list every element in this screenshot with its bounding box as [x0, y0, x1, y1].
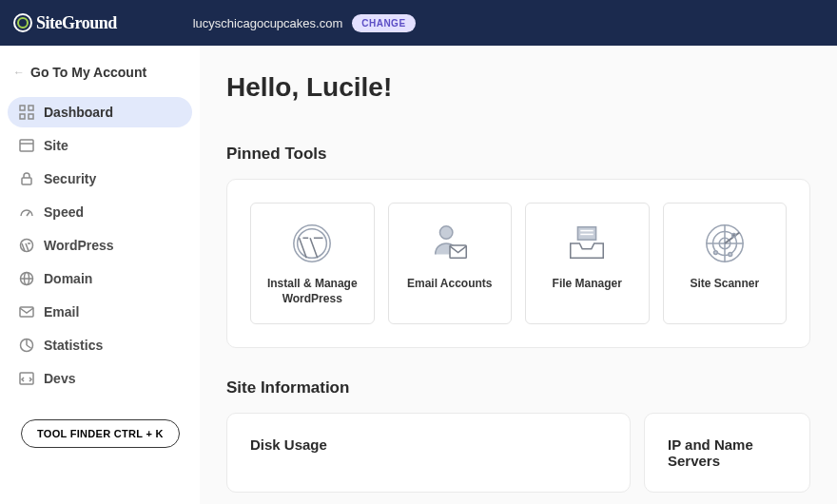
svg-rect-12: [20, 307, 33, 317]
back-label: Go To My Account: [30, 65, 146, 80]
tools-row: Install & Manage WordPress Email Account…: [250, 203, 787, 324]
sidebar-item-security[interactable]: Security: [8, 164, 192, 194]
site-info-heading: Site Information: [226, 378, 810, 397]
pinned-tools-heading: Pinned Tools: [226, 145, 810, 164]
sidebar-item-domain[interactable]: Domain: [8, 263, 192, 294]
svg-rect-0: [20, 106, 25, 110]
svg-rect-6: [22, 178, 31, 184]
sidebar-item-label: Devs: [44, 371, 75, 386]
grid-icon: [19, 105, 34, 120]
file-tray-icon: [564, 221, 610, 266]
tool-label: Install & Manage WordPress: [259, 276, 366, 306]
sidebar-item-label: Security: [44, 171, 96, 186]
tool-card-wordpress[interactable]: Install & Manage WordPress: [250, 203, 375, 324]
email-account-icon: [427, 221, 473, 266]
logo-icon: [13, 13, 32, 32]
site-info-row: Disk Usage IP and Name Servers: [226, 413, 810, 493]
svg-rect-19: [578, 227, 596, 240]
svg-point-17: [439, 226, 452, 239]
sidebar-item-statistics[interactable]: Statistics: [8, 330, 192, 360]
pinned-tools-panel: Install & Manage WordPress Email Account…: [226, 179, 810, 348]
lock-icon: [19, 171, 34, 186]
sidebar-item-label: Domain: [44, 271, 92, 286]
svg-line-7: [27, 212, 29, 216]
code-icon: [19, 371, 34, 386]
svg-rect-1: [29, 106, 33, 110]
sidebar-item-devs[interactable]: Devs: [8, 363, 192, 394]
page-title: Hello, Lucile!: [226, 72, 810, 103]
wordpress-icon: [289, 221, 335, 266]
sidebar-item-speed[interactable]: Speed: [8, 197, 192, 227]
arrow-left-icon: ←: [13, 66, 25, 79]
top-header: SiteGround lucyschicagocupcakes.com CHAN…: [0, 0, 837, 46]
domain-switcher: lucyschicagocupcakes.com CHANGE: [193, 14, 416, 32]
svg-point-27: [731, 233, 735, 237]
ip-nameservers-panel: IP and Name Servers: [644, 413, 810, 493]
svg-rect-3: [29, 114, 33, 119]
tool-label: File Manager: [553, 276, 622, 291]
sidebar-item-email[interactable]: Email: [8, 297, 192, 327]
wordpress-icon: [19, 238, 34, 253]
back-to-account-link[interactable]: ← Go To My Account: [8, 59, 192, 86]
svg-point-29: [729, 253, 732, 257]
sidebar-item-label: WordPress: [44, 238, 114, 253]
ip-title: IP and Name Servers: [668, 436, 787, 469]
tool-card-email[interactable]: Email Accounts: [388, 203, 513, 324]
mail-icon: [19, 304, 34, 320]
disk-usage-title: Disk Usage: [250, 436, 607, 453]
disk-usage-panel: Disk Usage: [226, 413, 631, 493]
tool-card-scanner[interactable]: Site Scanner: [663, 203, 788, 324]
globe-icon: [19, 271, 34, 286]
gauge-icon: [19, 204, 34, 220]
tool-finder-button[interactable]: TOOL FINDER CTRL + K: [21, 419, 180, 448]
sidebar-item-label: Speed: [44, 204, 84, 220]
radar-icon: [702, 221, 748, 266]
brand-logo[interactable]: SiteGround: [13, 13, 117, 33]
sidebar-item-label: Statistics: [44, 338, 103, 353]
sidebar-item-label: Dashboard: [44, 105, 113, 120]
sidebar-item-wordpress[interactable]: WordPress: [8, 230, 192, 261]
tool-card-filemanager[interactable]: File Manager: [525, 203, 650, 324]
svg-rect-2: [20, 114, 25, 119]
svg-rect-4: [20, 140, 33, 151]
tool-label: Site Scanner: [690, 276, 759, 291]
sidebar: ← Go To My Account Dashboard Site Securi…: [0, 46, 200, 504]
brand-name: SiteGround: [36, 13, 117, 33]
chart-icon: [19, 338, 34, 353]
window-icon: [19, 138, 34, 153]
tool-label: Email Accounts: [407, 276, 493, 291]
sidebar-item-label: Site: [44, 138, 68, 153]
sidebar-item-site[interactable]: Site: [8, 130, 192, 161]
sidebar-item-label: Email: [44, 304, 79, 320]
svg-point-28: [713, 251, 717, 255]
current-domain: lucyschicagocupcakes.com: [193, 16, 343, 30]
change-site-button[interactable]: CHANGE: [352, 14, 415, 32]
sidebar-item-dashboard[interactable]: Dashboard: [8, 97, 192, 127]
main-content: Hello, Lucile! Pinned Tools Install & Ma…: [200, 46, 837, 504]
